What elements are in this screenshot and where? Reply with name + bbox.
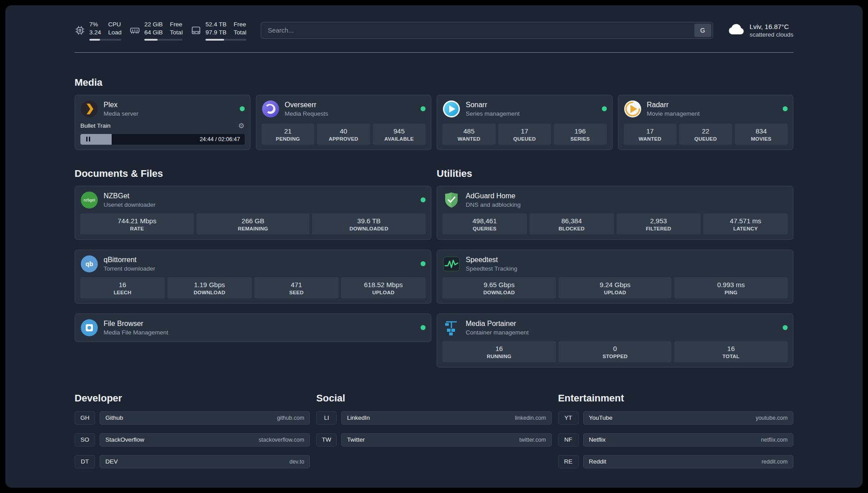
service-description: Usenet downloader bbox=[104, 201, 415, 208]
stat-value: 40 bbox=[319, 127, 368, 135]
bookmark-url: linkedin.com bbox=[515, 415, 546, 421]
resource-widgets: 7% 3.24 CPU Load bbox=[75, 21, 246, 41]
memory-free-label: Free bbox=[170, 21, 183, 29]
stat-label: UPLOAD bbox=[343, 290, 424, 295]
cpu-progress-bar bbox=[89, 39, 121, 41]
playback-progress-bar[interactable]: 24:44 / 02:06:47 bbox=[80, 134, 245, 145]
bookmark-url: twitter.com bbox=[519, 437, 546, 443]
bookmark-youtube[interactable]: YT YouTube youtube.com bbox=[558, 411, 793, 425]
service-description: Torrent downloader bbox=[104, 265, 415, 272]
stat-value: 9.65 Gbps bbox=[444, 281, 554, 288]
stat-label: REMAINING bbox=[198, 226, 308, 231]
stat-leech: 16 LEECH bbox=[80, 277, 165, 298]
stat-available: 945 AVAILABLE bbox=[373, 124, 426, 145]
stat-stopped: 0 STOPPED bbox=[559, 341, 672, 362]
cpu-label: CPU bbox=[108, 21, 121, 29]
bookmark-name: StackOverflow bbox=[105, 436, 259, 443]
stat-movies: 834 MOVIES bbox=[735, 124, 788, 145]
speedtest-icon bbox=[442, 255, 460, 273]
disk-free-value: 52.4 TB bbox=[205, 21, 226, 29]
qbittorrent-icon: qb bbox=[80, 255, 98, 273]
stat-value: 16 bbox=[82, 281, 163, 288]
memory-total-label: Total bbox=[170, 29, 183, 37]
service-card-nzbget[interactable]: nzbget NZBGet Usenet downloader 74 bbox=[75, 186, 431, 240]
stat-seed: 471 SEED bbox=[255, 277, 339, 298]
disk-progress-fill bbox=[205, 39, 224, 41]
stat-value: 196 bbox=[555, 127, 605, 135]
topbar: 7% 3.24 CPU Load bbox=[75, 5, 793, 41]
service-description: Series management bbox=[466, 110, 597, 117]
bookmark-dev[interactable]: DT DEV dev.to bbox=[75, 455, 310, 468]
service-card-plex[interactable]: Plex Media server Bullet Train ⚙ 24:44 /… bbox=[75, 95, 250, 150]
service-name: File Browser bbox=[104, 320, 415, 328]
cpu-percent: 7% bbox=[89, 21, 101, 29]
bookmark-linkedin[interactable]: LI LinkedIn linkedin.com bbox=[316, 411, 551, 425]
bookmark-abbr: RE bbox=[558, 455, 579, 468]
cpu-progress-fill bbox=[89, 39, 100, 41]
stat-rate: 744.21 Mbps RATE bbox=[80, 213, 194, 234]
service-name: Sonarr bbox=[466, 101, 597, 109]
cpu-widget: 7% 3.24 CPU Load bbox=[75, 21, 121, 41]
service-card-speedtest[interactable]: Speedtest Speedtest Tracking 9.65 Gbps D… bbox=[437, 250, 793, 304]
cpu-load-label: Load bbox=[108, 29, 121, 37]
service-card-portainer[interactable]: Media Portainer Container management 16 … bbox=[437, 313, 793, 368]
pause-button[interactable] bbox=[80, 134, 96, 145]
stat-value: 39.6 TB bbox=[314, 217, 424, 225]
search-input[interactable] bbox=[263, 27, 694, 34]
service-card-qbittorrent[interactable]: qb qBittorrent Torrent downloader bbox=[75, 250, 431, 304]
stat-label: UPLOAD bbox=[560, 290, 670, 295]
bookmark-reddit[interactable]: RE Reddit reddit.com bbox=[558, 455, 793, 468]
stat-value: 0.993 ms bbox=[676, 281, 786, 288]
service-description: Speedtest Tracking bbox=[466, 265, 788, 272]
section-title-utilities: Utilities bbox=[437, 168, 793, 180]
gear-icon[interactable]: ⚙ bbox=[238, 122, 244, 130]
disk-icon bbox=[191, 25, 201, 36]
bookmark-github[interactable]: GH Github github.com bbox=[75, 411, 310, 425]
stat-value: 86,384 bbox=[531, 217, 612, 225]
service-card-adguard[interactable]: AdGuard Home DNS and adblocking 498,461 … bbox=[437, 186, 793, 240]
bookmark-url: netflix.com bbox=[761, 437, 788, 443]
bookmark-name: Reddit bbox=[589, 458, 762, 465]
stat-label: FILTERED bbox=[618, 226, 699, 231]
stat-upload: 9.24 Gbps UPLOAD bbox=[559, 277, 672, 298]
stat-label: PING bbox=[676, 290, 786, 295]
stat-value: 618.52 Mbps bbox=[343, 281, 424, 288]
stat-value: 744.21 Mbps bbox=[82, 217, 192, 225]
stat-value: 47.571 ms bbox=[705, 217, 786, 225]
weather-widget: Lviv, 16.87°C scattered clouds bbox=[727, 22, 793, 39]
stat-label: SERIES bbox=[555, 136, 605, 142]
bookmark-netflix[interactable]: NF Netflix netflix.com bbox=[558, 433, 793, 447]
section-documents: Documents & Files nzbget bbox=[75, 168, 431, 342]
status-dot bbox=[240, 106, 245, 111]
bookmark-group-developer: Developer GH Github github.com SO StackO… bbox=[75, 393, 310, 477]
bookmark-group-title: Social bbox=[316, 393, 551, 404]
service-card-sonarr[interactable]: Sonarr Series management 485 WANTED 17 Q… bbox=[437, 95, 613, 150]
status-dot bbox=[421, 197, 426, 202]
memory-progress-bar bbox=[144, 39, 183, 41]
weather-condition: scattered clouds bbox=[750, 31, 793, 39]
service-card-overseerr[interactable]: Overseerr Media Requests 21 PENDING 40 A… bbox=[256, 95, 432, 150]
status-dot bbox=[783, 325, 788, 330]
disk-progress-bar bbox=[205, 39, 246, 41]
stat-label: STOPPED bbox=[560, 354, 670, 359]
search-provider-button[interactable]: G bbox=[694, 24, 711, 37]
status-dot bbox=[783, 106, 788, 111]
bookmark-abbr: SO bbox=[75, 433, 95, 447]
bookmark-abbr: YT bbox=[558, 411, 579, 425]
service-card-radarr[interactable]: Radarr Movie management 17 WANTED 22 QUE… bbox=[618, 95, 794, 150]
stat-value: 16 bbox=[444, 345, 554, 352]
service-card-filebrowser[interactable]: File Browser Media File Management bbox=[75, 313, 431, 342]
bookmark-url: stackoverflow.com bbox=[259, 437, 304, 443]
stat-value: 0 bbox=[560, 345, 670, 352]
stat-queued: 17 QUEUED bbox=[498, 124, 551, 145]
service-name: AdGuard Home bbox=[466, 192, 788, 200]
service-description: Container management bbox=[466, 329, 777, 336]
bookmark-abbr: TW bbox=[316, 433, 337, 447]
stat-ping: 0.993 ms PING bbox=[674, 277, 788, 298]
bookmark-group-social: Social LI LinkedIn linkedin.com TW Twitt… bbox=[316, 393, 551, 455]
overseerr-icon bbox=[262, 100, 280, 118]
bookmark-twitter[interactable]: TW Twitter twitter.com bbox=[316, 433, 551, 447]
service-description: Media Requests bbox=[285, 110, 416, 117]
bookmark-stackoverflow[interactable]: SO StackOverflow stackoverflow.com bbox=[75, 433, 310, 447]
bookmark-name: Netflix bbox=[589, 436, 761, 443]
